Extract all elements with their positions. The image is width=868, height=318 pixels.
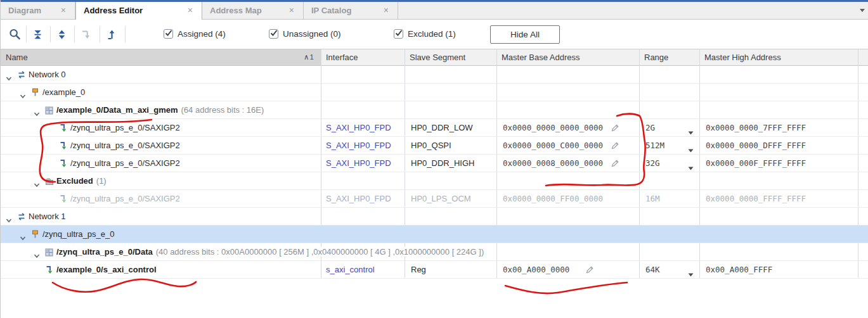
master-base-address: 0x0000_0000_C000_0000 (503, 137, 603, 154)
slave-segment: HP0_DDR_HIGH (411, 155, 474, 172)
master-high-address: 0x00_A000_FFFF (706, 261, 772, 278)
tab-close-icon[interactable]: × (61, 2, 66, 19)
name-column-header-bg (1, 49, 321, 65)
row-name: /example_0/s_axi_control (56, 261, 157, 278)
table-row[interactable]: Network 1 (1, 208, 868, 226)
tab-strip: Diagram×Address Editor×Address Map×IP Ca… (1, 2, 868, 20)
sort-indicator: ∧1 (304, 49, 314, 65)
toolbar-separator (26, 26, 27, 42)
go-up-icon[interactable] (103, 27, 119, 42)
tab-close-icon[interactable]: × (289, 2, 294, 19)
tab-diagram[interactable]: Diagram× (1, 2, 75, 19)
row-name: Excluded(1) (56, 172, 107, 189)
interface-link[interactable]: S_AXI_HP0_FPD (326, 137, 391, 154)
expand-chevron-icon[interactable] (34, 179, 40, 190)
range-value: 512M (645, 137, 664, 154)
tab-address-editor[interactable]: Address Editor× (75, 2, 202, 20)
master-base-address: 0x0000_0008_0000_0000 (503, 155, 603, 172)
annotation-underline-base-address (505, 283, 627, 293)
row-name: /zynq_ultra_ps_e_0/SAXIGP2 (70, 190, 180, 207)
tab-list-icon[interactable] (859, 4, 865, 16)
master-high-address: 0x0000_0000_DFFF_FFFF (706, 137, 806, 154)
expand-chevron-icon[interactable] (20, 90, 26, 101)
table-row[interactable]: /zynq_ultra_ps_e_0/Data(40 address bits … (1, 243, 868, 261)
column-header-range[interactable]: Range (644, 49, 668, 65)
range-value: 32G (645, 155, 660, 172)
column-header-name[interactable]: Name (6, 49, 28, 65)
interface-link[interactable]: S_AXI_HP0_FPD (326, 190, 391, 207)
table-row[interactable]: /zynq_ultra_ps_e_0/SAXIGP2S_AXI_HP0_FPDH… (1, 155, 868, 172)
slave-segment: HP0_DDR_LOW (411, 119, 473, 136)
expand-chevron-icon[interactable] (34, 250, 40, 261)
table-row[interactable]: Excluded(1) (1, 172, 868, 190)
expand-chevron-icon[interactable] (20, 232, 26, 243)
edit-pencil-icon[interactable] (611, 159, 619, 170)
address-space-icon (45, 248, 53, 259)
row-name-suffix: (40 address bits : 0x00A0000000 [ 256M ]… (156, 247, 486, 257)
filter-checkbox-assigned[interactable] (164, 29, 173, 39)
column-header-slave-segment[interactable]: Slave Segment (410, 49, 465, 65)
table-row[interactable]: /example_0/Data_m_axi_gmem(64 address bi… (1, 101, 868, 119)
master-high-address: 0x0000_0000_7FFF_FFFF (706, 119, 806, 136)
tab-ip-catalog[interactable]: IP Catalog× (304, 2, 398, 19)
expand-chevron-icon[interactable] (6, 72, 12, 84)
range-dropdown-icon[interactable] (688, 144, 694, 155)
tab-label: IP Catalog (311, 2, 351, 19)
table-row[interactable]: /zynq_ultra_ps_e_0/SAXIGP2S_AXI_HP0_FPDH… (1, 190, 868, 208)
range-dropdown-icon[interactable] (688, 162, 694, 173)
edit-pencil-icon[interactable] (611, 124, 619, 135)
row-name: /zynq_ultra_ps_e_0/SAXIGP2 (70, 155, 180, 172)
search-icon[interactable] (7, 27, 22, 42)
master-high-address: 0x0000_000F_FFFF_FFFF (706, 155, 806, 172)
column-header-master-high-address[interactable]: Master High Address (704, 49, 781, 65)
tab-label: Address Editor (84, 2, 143, 19)
interface-icon (59, 141, 68, 153)
row-name: Network 1 (29, 208, 66, 225)
annotation-underline-s-axi-control (53, 279, 196, 292)
filter-checkbox-excluded[interactable] (394, 29, 403, 39)
master-high-address: 0x0000_0000_FFFF_FFFF (706, 190, 806, 207)
table-row[interactable]: /example_0/s_axi_controls_axi_controlReg… (1, 261, 868, 279)
master-base-address: 0x0000_0000_FF00_0000 (503, 190, 603, 207)
expand-all-icon[interactable] (54, 27, 69, 42)
edit-pencil-icon[interactable] (585, 265, 594, 277)
range-dropdown-icon[interactable] (688, 268, 694, 279)
range-dropdown-icon[interactable] (688, 126, 694, 137)
column-header-master-base-address[interactable]: Master Base Address (502, 49, 580, 65)
row-name: /zynq_ultra_ps_e_0/SAXIGP2 (70, 137, 180, 154)
expand-chevron-icon[interactable] (34, 108, 40, 119)
table-row[interactable]: Network 0 (1, 66, 868, 84)
toolbar-separator (125, 26, 126, 42)
excluded-folder-icon (45, 177, 54, 188)
collapse-all-icon[interactable] (30, 27, 45, 42)
column-header-interface[interactable]: Interface (326, 49, 358, 65)
table-header: Name∧1InterfaceSlave SegmentMaster Base … (1, 49, 868, 66)
slave-segment: HP0_LPS_OCM (411, 190, 471, 207)
tab-address-map[interactable]: Address Map× (202, 2, 304, 19)
interface-link[interactable]: s_axi_control (326, 261, 375, 278)
row-name: Network 0 (29, 66, 66, 83)
interface-link[interactable]: S_AXI_HP0_FPD (326, 155, 391, 172)
table-row[interactable]: /zynq_ultra_ps_e_0/SAXIGP2S_AXI_HP0_FPDH… (1, 119, 868, 137)
network-icon (17, 70, 26, 82)
interface-icon (59, 124, 68, 135)
slave-segment: HP0_QSPI (411, 137, 451, 154)
tab-close-icon[interactable]: × (384, 2, 389, 19)
range-value: 16M (645, 190, 660, 207)
range-value: 2G (645, 119, 655, 136)
row-name: /example_0/Data_m_axi_gmem(64 address bi… (56, 101, 264, 118)
toolbar: Hide All Assigned (4)Unassigned (0)Exclu… (1, 20, 868, 49)
interface-link[interactable]: S_AXI_HP0_FPD (326, 119, 391, 136)
table-row[interactable]: /zynq_ultra_ps_e_0/SAXIGP2S_AXI_HP0_FPDH… (1, 137, 868, 155)
table-row[interactable]: /zynq_ultra_ps_e_0 (1, 226, 868, 243)
go-down-icon (78, 27, 93, 42)
edit-pencil-icon[interactable] (611, 141, 619, 153)
interface-icon (59, 159, 68, 170)
interface-icon (45, 265, 54, 277)
hide-all-button[interactable]: Hide All (490, 25, 560, 44)
tab-close-icon[interactable]: × (188, 2, 193, 19)
toolbar-separator (50, 26, 51, 42)
filter-checkbox-unassigned[interactable] (269, 29, 278, 39)
expand-chevron-icon[interactable] (6, 214, 12, 226)
table-row[interactable]: /example_0 (1, 84, 868, 101)
